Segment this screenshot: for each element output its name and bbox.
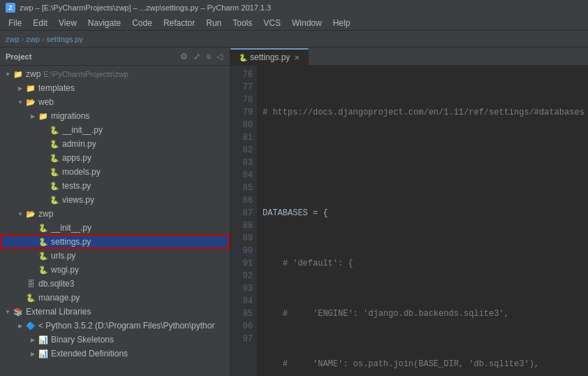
ln-87: 87 — [230, 207, 253, 219]
tree-label-urls: urls.py — [51, 251, 75, 261]
code-text-81: # 'NAME': os.path.join(BASE_DIR, 'db.sql… — [263, 358, 539, 370]
tree-label-manage: manage.py — [38, 293, 80, 303]
breadcrumb-bar: zwp › zwp › settings.py — [0, 31, 588, 48]
ln-81: 81 — [230, 131, 253, 144]
tree-item-extended[interactable]: ▶ 📊 Extended Definitions — [0, 347, 230, 361]
tree-label-zwp: zwp — [26, 69, 41, 79]
tree-label-db: db.sqlite3 — [38, 279, 74, 289]
project-label: Project — [6, 52, 31, 61]
tree-item-zwp-init[interactable]: 🐍 __init__.py — [0, 221, 230, 235]
tree-item-python352[interactable]: ▶ 🔷 < Python 3.5.2 (D:\Program Files\Pyt… — [0, 319, 230, 333]
breadcrumb-zwp2[interactable]: zwp — [26, 35, 40, 43]
ln-80: 80 — [230, 119, 253, 131]
code-line-77 — [263, 157, 582, 169]
file-tree: ▼ 📁 zwp E:\PyCharmProjects\zwp ▶ 📁 templ… — [0, 66, 230, 376]
folder-icon-zwp-sub: 📂 — [25, 208, 36, 219]
tree-item-apps[interactable]: 🐍 apps.py — [0, 151, 230, 165]
code-line-78: DATABASES = { — [263, 207, 582, 219]
tree-item-views[interactable]: 🐍 views.py — [0, 193, 230, 207]
tree-item-extlibs[interactable]: ▼ 📚 External Libraries — [0, 305, 230, 319]
menu-item-file[interactable]: File — [3, 17, 27, 29]
editor-area[interactable]: 76 77 78 79 80 81 82 83 84 85 86 87 88 8… — [230, 66, 588, 376]
hide-icon[interactable]: ◁ — [215, 51, 224, 62]
arrow-zwp: ▼ — [3, 69, 13, 79]
editor-tabs: 🐍 settings.py ✕ — [230, 48, 588, 66]
tree-label-zwp-init: __init__.py — [51, 223, 91, 233]
tree-item-binary[interactable]: ▶ 📊 Binary Skeletons — [0, 333, 230, 347]
menu-item-code[interactable]: Code — [126, 17, 158, 29]
tree-item-manage[interactable]: 🐍 manage.py — [0, 291, 230, 305]
tree-item-models[interactable]: 🐍 models.py — [0, 165, 230, 179]
arrow-views — [39, 195, 49, 205]
tree-label-wsgi: wsgi.py — [51, 265, 79, 275]
tree-item-templates[interactable]: ▶ 📁 templates — [0, 81, 230, 95]
arrow-db — [15, 279, 25, 289]
arrow-web: ▼ — [15, 97, 25, 107]
menu-item-run[interactable]: Run — [200, 17, 227, 29]
ln-90: 90 — [230, 245, 253, 257]
arrow-templates: ▶ — [15, 83, 25, 93]
tree-item-web-init[interactable]: 🐍 __init__.py — [0, 123, 230, 137]
python-icon-admin: 🐍 — [49, 138, 60, 150]
tree-item-wsgi[interactable]: 🐍 wsgi.py — [0, 263, 230, 277]
tree-item-tests[interactable]: 🐍 tests.py — [0, 179, 230, 193]
python-icon-views: 🐍 — [49, 194, 60, 205]
breadcrumb-zwp1[interactable]: zwp — [6, 35, 20, 43]
python-icon-urls: 🐍 — [38, 250, 49, 261]
title-bar: Z zwp – [E:\PyCharmProjects\zwp] – ...zw… — [0, 0, 588, 15]
menu-item-window[interactable]: Window — [286, 17, 328, 29]
tab-settings[interactable]: 🐍 settings.py ✕ — [230, 48, 309, 65]
arrow-manage — [15, 293, 25, 303]
arrow-models — [39, 167, 49, 177]
expand-icon[interactable]: ⤢ — [192, 51, 202, 62]
ln-97: 97 — [230, 333, 253, 345]
right-panel: 🐍 settings.py ✕ 76 77 78 79 80 81 82 83 … — [230, 48, 588, 376]
arrow-tests — [39, 181, 49, 191]
tree-item-admin[interactable]: 🐍 admin.py — [0, 137, 230, 151]
menu-item-edit[interactable]: Edit — [27, 17, 53, 29]
ln-76: 76 — [230, 68, 253, 81]
tree-item-db[interactable]: 🗄 db.sqlite3 — [0, 277, 230, 291]
main-layout: Project ⚙ ⤢ ≡ ◁ ▼ 📁 zwp E:\PyCharmProjec… — [0, 48, 588, 376]
python-icon-manage: 🐍 — [25, 292, 36, 303]
tree-item-urls[interactable]: 🐍 urls.py — [0, 249, 230, 263]
ln-83: 83 — [230, 157, 253, 169]
settings-icon[interactable]: ⚙ — [179, 51, 189, 62]
menu-item-vcs[interactable]: VCS — [258, 17, 286, 29]
code-content[interactable]: # https://docs.djangoproject.com/en/1.11… — [257, 66, 588, 376]
tree-label-extended: Extended Definitions — [51, 349, 128, 359]
ln-79: 79 — [230, 106, 253, 119]
breadcrumb-settings[interactable]: settings.py — [46, 35, 83, 43]
menu-item-help[interactable]: Help — [328, 17, 356, 29]
python-icon-apps: 🐍 — [49, 152, 60, 164]
arrow-settings — [28, 237, 38, 247]
tree-item-settings[interactable]: 🐍 settings.py — [0, 235, 230, 249]
tree-label-web-init: __init__.py — [62, 125, 103, 135]
ln-77: 77 — [230, 81, 253, 94]
tree-item-zwp-sub[interactable]: ▼ 📂 zwp — [0, 207, 230, 221]
tree-label-templates: templates — [38, 83, 75, 93]
ln-95: 95 — [230, 308, 253, 320]
ln-91: 91 — [230, 257, 253, 270]
code-text-78: DATABASES = { — [263, 207, 328, 219]
project-header-icons: ⚙ ⤢ ≡ ◁ — [179, 51, 224, 62]
tree-label-web: web — [38, 97, 54, 107]
tree-label-python352: < Python 3.5.2 (D:\Program Files\Python\… — [38, 321, 214, 331]
code-line-80: # 'ENGINE': 'django.db.backends.sqlite3'… — [263, 308, 582, 320]
tree-item-migrations[interactable]: ▶ 📁 migrations — [0, 109, 230, 123]
db-icon: 🗄 — [25, 278, 36, 289]
menu-item-navigate[interactable]: Navigate — [82, 17, 126, 29]
menu-item-refactor[interactable]: Refactor — [158, 17, 200, 29]
gear-icon[interactable]: ≡ — [205, 51, 212, 62]
code-text-80: # 'ENGINE': 'django.db.backends.sqlite3'… — [263, 308, 509, 320]
ln-86: 86 — [230, 194, 253, 207]
ln-94: 94 — [230, 295, 253, 308]
tree-label-apps: apps.py — [62, 153, 91, 163]
tab-close-button[interactable]: ✕ — [294, 54, 300, 62]
tree-item-web[interactable]: ▼ 📂 web — [0, 95, 230, 109]
title-text: zwp – [E:\PyCharmProjects\zwp] – ...zwp\… — [20, 3, 271, 12]
menu-item-view[interactable]: View — [53, 17, 82, 29]
python-icon-web-init: 🐍 — [49, 124, 60, 136]
tree-root-zwp[interactable]: ▼ 📁 zwp E:\PyCharmProjects\zwp — [0, 67, 230, 81]
menu-item-tools[interactable]: Tools — [227, 17, 258, 29]
